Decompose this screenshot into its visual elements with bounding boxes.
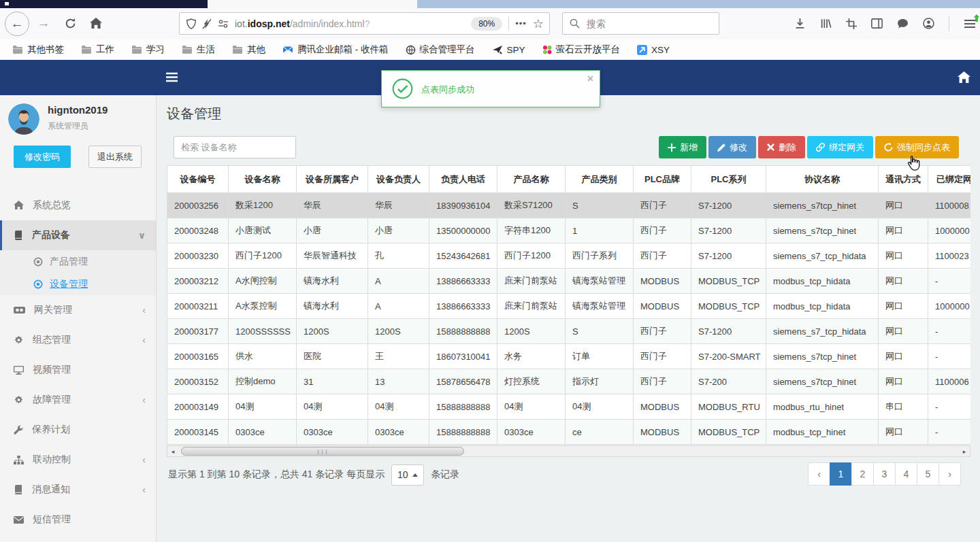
table-cell[interactable]: siemens_s7tcp_hinet [766, 218, 879, 243]
table-cell[interactable]: 灯控系统 [497, 369, 566, 394]
table-cell[interactable]: - [928, 269, 971, 294]
account-icon[interactable] [923, 18, 934, 29]
messages-icon[interactable] [897, 18, 909, 29]
table-cell[interactable]: 镇海泵站管理 [566, 269, 634, 294]
table-cell[interactable]: 数采S71200 [497, 193, 566, 218]
page-button-4[interactable]: 4 [895, 462, 917, 486]
table-cell[interactable]: S7-1200 [691, 319, 766, 344]
table-cell[interactable]: 200003212 [167, 269, 229, 294]
table-cell[interactable]: 18390936104 [429, 193, 497, 218]
table-cell[interactable]: modbus_tcp_hinet [766, 420, 879, 445]
active-tab[interactable] [208, 0, 417, 8]
table-cell[interactable]: MODBUS [634, 394, 691, 420]
table-cell[interactable]: 网口 [879, 269, 928, 294]
table-cell[interactable]: siemens_s7tcp_hinet [766, 193, 879, 218]
table-cell[interactable]: 网口 [879, 369, 928, 394]
table-cell[interactable]: siemens_s7_tcp_hidata [766, 319, 879, 344]
table-cell[interactable]: 1100006 [928, 369, 971, 394]
table-cell[interactable]: 西门子1200 [497, 243, 566, 269]
table-row-2[interactable]: 200003230西门子1200华辰智通科技孔15243642681西门子120… [167, 243, 971, 269]
table-cell[interactable]: 1200S [497, 319, 566, 344]
table-cell[interactable]: S7-1200 [691, 193, 766, 218]
table-cell[interactable]: 0303ce [497, 420, 566, 445]
bookmark-item-7[interactable]: SPY [492, 45, 525, 55]
bookmark-item-6[interactable]: 综合管理平台 [406, 44, 475, 56]
device-search-input[interactable] [174, 136, 296, 158]
table-cell[interactable]: 18607310041 [429, 344, 497, 369]
action-add-button[interactable]: 新增 [659, 136, 706, 158]
table-cell[interactable]: 0303ce [229, 420, 297, 445]
library-icon[interactable] [820, 18, 832, 29]
table-cell[interactable]: 13886663333 [429, 294, 497, 319]
table-cell[interactable]: 04测 [566, 394, 634, 420]
table-cell[interactable]: 04测 [368, 394, 429, 420]
table-cell[interactable]: 网口 [879, 344, 928, 369]
table-row-1[interactable]: 200003248小唐测试小唐小唐13500000000字符串12001西门子S… [167, 218, 971, 243]
table-cell[interactable]: siemens_s7tcp_hinet [766, 369, 879, 394]
table-cell[interactable]: siemens_s7_tcp_hidata [766, 243, 879, 269]
app-home-icon[interactable] [958, 71, 970, 83]
table-cell[interactable]: 华辰智通科技 [297, 243, 368, 269]
sidebar-item-2[interactable]: 网关管理‹ [0, 295, 157, 325]
sidebar-item-10[interactable]: 卡管理 [0, 535, 157, 542]
table-cell[interactable]: A水泵控制 [229, 294, 297, 319]
bookmark-item-3[interactable]: 生活 [182, 44, 215, 56]
table-cell[interactable]: - [928, 319, 971, 344]
table-cell[interactable]: modbus_tcp_hidata [766, 269, 879, 294]
menu-hamburger-icon[interactable] [964, 19, 976, 29]
table-cell[interactable]: 数采1200 [229, 193, 297, 218]
table-cell[interactable]: MODBUS_TCP [691, 420, 766, 445]
table-cell[interactable]: modbus_tcp_hidata [766, 294, 879, 319]
table-cell[interactable]: 13886663333 [429, 269, 497, 294]
sidebar-item-9[interactable]: 短信管理 [0, 505, 157, 535]
page-button-1[interactable]: 1 [830, 462, 852, 486]
sidebar-item-3[interactable]: 组态管理‹ [0, 325, 157, 355]
table-cell[interactable]: MODBUS_RTU [691, 394, 766, 420]
table-cell[interactable]: 0303ce [368, 420, 429, 445]
logout-button[interactable]: 退出系统 [88, 146, 142, 168]
table-cell[interactable]: MODBUS [634, 420, 691, 445]
table-cell[interactable]: 串口 [879, 394, 928, 420]
table-cell[interactable]: 200003230 [167, 243, 229, 269]
table-cell[interactable]: 西门子 [634, 243, 691, 269]
table-cell[interactable]: 200003256 [167, 193, 229, 218]
scrollbar-thumb[interactable]: ||| [181, 447, 464, 456]
table-cell[interactable]: S7-1200 [691, 243, 766, 269]
browser-search-input[interactable] [585, 18, 697, 30]
scroll-left-button[interactable]: ◂ [167, 446, 178, 456]
table-cell[interactable]: 200003177 [167, 319, 229, 344]
table-cell[interactable]: 04测 [297, 394, 368, 420]
screenshot-icon[interactable] [846, 18, 857, 29]
forward-button[interactable]: → [32, 12, 55, 35]
page-button-5[interactable]: 5 [917, 462, 939, 486]
table-cell[interactable]: 指示灯 [566, 369, 634, 394]
table-cell[interactable]: - [928, 420, 971, 445]
zoom-level-badge[interactable]: 80% [471, 17, 502, 31]
table-cell[interactable]: 小唐 [368, 218, 429, 243]
table-cell[interactable]: - [928, 394, 971, 420]
table-cell[interactable]: 华辰 [368, 193, 429, 218]
table-cell[interactable]: siemens_s7tcp_hinet [766, 344, 879, 369]
table-cell[interactable]: S7-1200 [691, 218, 766, 243]
bookmark-item-1[interactable]: 工作 [81, 44, 114, 56]
table-row-6[interactable]: 200003165供水医院王18607310041水务订单西门子S7-200-S… [167, 344, 971, 369]
table-cell[interactable]: 西门子 [634, 319, 691, 344]
table-cell[interactable]: 西门子 [634, 344, 691, 369]
scroll-right-button[interactable]: ▸ [959, 446, 970, 456]
sidebar-collapse-icon[interactable] [165, 71, 178, 83]
table-cell[interactable]: A [368, 269, 429, 294]
table-cell[interactable]: 31 [297, 369, 368, 394]
table-cell[interactable]: 200003152 [167, 369, 229, 394]
table-cell[interactable]: 庶来门前泵站 [497, 269, 566, 294]
table-cell[interactable]: 1200S [297, 319, 368, 344]
table-cell[interactable]: 15888888888 [429, 420, 497, 445]
table-cell[interactable]: 控制demo [229, 369, 297, 394]
sidebar-item-1[interactable]: 产品设备∨ [0, 220, 157, 250]
table-cell[interactable]: ce [566, 420, 634, 445]
table-cell[interactable]: 15888888888 [429, 394, 497, 420]
table-cell[interactable]: 13 [368, 369, 429, 394]
next-page-button[interactable]: › [938, 462, 961, 486]
sidebar-item-5[interactable]: 故障管理‹ [0, 385, 157, 415]
table-cell[interactable]: 04测 [229, 394, 297, 420]
browser-search-bar[interactable] [562, 12, 719, 35]
